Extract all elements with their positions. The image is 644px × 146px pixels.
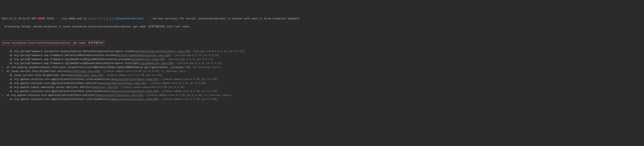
source-link[interactable]: MethodValidationInterceptor.java:120 bbox=[135, 50, 189, 53]
log-message-part1: Servlet.service() for servlet [dispatche… bbox=[153, 17, 300, 20]
source-link[interactable]: CglibAopProxy.java:708 bbox=[140, 62, 173, 65]
folded-calls[interactable]: <1 internal call> bbox=[161, 70, 186, 73]
gutter-blank bbox=[2, 73, 4, 77]
stack-text: at org.apache.catalina.core.ApplicationF… bbox=[4, 78, 112, 81]
stack-text: at org.apache.catalina.core.ApplicationF… bbox=[4, 90, 112, 93]
gutter-blank bbox=[2, 97, 4, 101]
stack-text: at org.apache.catalina.core.ApplicationF… bbox=[4, 82, 100, 85]
process-id: 38269 bbox=[46, 17, 54, 20]
stack-frame: at org.apache.catalina.core.ApplicationF… bbox=[2, 97, 642, 101]
stack-text: at org.springframework.aop.framework.Cgl… bbox=[4, 58, 131, 61]
stacktrace: at org.springframework.validation.beanva… bbox=[2, 49, 642, 101]
jar-info: ) ~[spring-aop-5.3.23.jar:5.3.23] bbox=[164, 58, 214, 61]
gutter-blank bbox=[2, 89, 4, 93]
stack-frame: at javax.servlet.http.HttpServlet.servic… bbox=[2, 73, 642, 77]
stack-frame: at org.apache.catalina.core.ApplicationF… bbox=[2, 89, 642, 93]
jar-info: ) ~[spring-aop-5.3.23.jar:5.3.23] bbox=[173, 62, 222, 65]
stack-frame: at org.springframework.validation.beanva… bbox=[2, 49, 642, 53]
stack-frame: at org.springframework.aop.framework.Ref… bbox=[2, 53, 642, 57]
source-link[interactable]: HttpServlet.java:764 bbox=[72, 74, 102, 77]
source-link[interactable]: ApplicationFilterChain.java:227 bbox=[112, 78, 158, 81]
source-link[interactable]: ReflectiveMethodInvocation.java:186 bbox=[118, 54, 170, 57]
stack-frame: at org.springframework.aop.framework.Cgl… bbox=[2, 57, 642, 61]
expand-icon[interactable]: ⊞ bbox=[2, 65, 4, 69]
stack-frame: at org.apache.tomcat.websocket.server.Ws… bbox=[2, 85, 642, 89]
source-link[interactable]: WsFilter.java:53 bbox=[94, 86, 118, 89]
gutter-blank bbox=[2, 61, 4, 65]
logger-name: o.a.c.c.C.[.[.[/].[dispatcherServlet] bbox=[88, 17, 144, 20]
stack-text: at org.apache.tomcat.websocket.server.Ws… bbox=[4, 86, 94, 89]
stack-text: at javax.servlet.http.HttpServlet.servic… bbox=[4, 70, 70, 73]
folded-calls[interactable]: <2 internal calls> bbox=[204, 94, 231, 97]
stack-frame: at org.apache.catalina.core.ApplicationF… bbox=[2, 77, 642, 81]
stack-text: at org.springframework.aop.framework.Cgl… bbox=[4, 62, 140, 65]
log-level: ERROR bbox=[38, 17, 45, 20]
source-link[interactable]: CglibAopProxy.java:763 bbox=[131, 58, 164, 61]
gutter-blank bbox=[2, 77, 4, 81]
log-message-part2: processing failed; nested exception is j… bbox=[2, 25, 190, 28]
stack-text: at com.zwwhnly.paymentchannel.controller… bbox=[4, 66, 192, 69]
jar-info: ) ~[tomcat-embed-core-9.0.65.jar:9.0.65] bbox=[143, 94, 204, 97]
exception-row: javax.validation.ConstraintViolationExce… bbox=[2, 41, 642, 45]
jar-info: ) ~[spring-aop-5.3.23.jar:5.3.23] bbox=[170, 54, 220, 57]
source-link[interactable]: HttpServlet.java:655 bbox=[70, 70, 100, 73]
gutter-blank bbox=[2, 53, 4, 57]
source-link[interactable]: ApplicationFilterChain.java:162 bbox=[100, 82, 146, 85]
source-link[interactable]: ApplicationFilterChain.java:162 bbox=[96, 94, 143, 97]
stack-text: at org.springframework.aop.framework.Ref… bbox=[4, 54, 118, 57]
blank-line bbox=[2, 33, 642, 37]
stack-frame: ⊞ at javax.servlet.http.HttpServlet.serv… bbox=[2, 69, 642, 73]
stack-text: at javax.servlet.http.HttpServlet.servic… bbox=[4, 74, 72, 77]
expand-icon[interactable]: ⊞ bbox=[2, 93, 4, 97]
stack-text: at org.apache.catalina.core.ApplicationF… bbox=[4, 94, 96, 97]
exception-highlight: javax.validation.ConstraintViolationExce… bbox=[2, 41, 104, 45]
source-link[interactable]: ApplicationFilterChain.java:189 bbox=[112, 98, 158, 101]
source-link[interactable]: ApplicationFilterChain.java:189 bbox=[112, 90, 158, 93]
gutter-blank bbox=[2, 85, 4, 89]
thread-name: [nio-8080-exec-2] bbox=[62, 17, 87, 20]
stack-text: at org.apache.catalina.core.ApplicationF… bbox=[4, 98, 112, 101]
jar-info: ) ~[tomcat-embed-core-9.0.65.jar:4.0.FR] bbox=[102, 74, 162, 77]
logger-sep: : bbox=[144, 17, 153, 20]
stack-frame: at org.apache.catalina.core.ApplicationF… bbox=[2, 81, 642, 85]
jar-info: ) ~[tomcat-embed-core-9.0.65.jar:9.0.65] bbox=[158, 98, 218, 101]
separator-dashes: --- bbox=[56, 17, 60, 20]
log-header-line-2: processing failed; nested exception is j… bbox=[2, 25, 642, 29]
timestamp: 2022-11-11 16:51:07.903 bbox=[2, 17, 36, 20]
folded-calls[interactable]: <14 internal calls> bbox=[192, 66, 221, 69]
jar-info: ) ~[spring-context-5.3.23.jar:5.3.23] bbox=[189, 50, 245, 53]
gutter-blank bbox=[2, 57, 4, 61]
stack-frame: ⊞ at org.apache.catalina.core.Applicatio… bbox=[2, 93, 642, 97]
log-header-line-1: 2022-11-11 16:51:07.903 ERROR 38269 --- … bbox=[2, 17, 642, 21]
expand-icon[interactable]: ⊞ bbox=[2, 69, 4, 73]
stack-frame: ⊞ at com.zwwhnly.paymentchannel.controll… bbox=[2, 65, 642, 69]
jar-info: ) ~[tomcat-embed-core-9.0.65.jar:9.0.65] bbox=[158, 78, 218, 81]
stack-frame: at org.springframework.aop.framework.Cgl… bbox=[2, 61, 642, 65]
jar-info: ) ~[tomcat-embed-core-9.0.65.jar:9.0.65] bbox=[158, 90, 218, 93]
jar-info: ) ~[tomcat-embed-core-9.0.65.jar:4.0.FR] bbox=[100, 70, 161, 73]
stack-text: at org.springframework.validation.beanva… bbox=[4, 50, 135, 53]
jar-info: ) ~[tomcat-embed-websocket-9.0.65.jar:9.… bbox=[118, 86, 185, 89]
gutter-blank bbox=[2, 49, 4, 53]
gutter-blank bbox=[2, 81, 4, 85]
jar-info: ) ~[tomcat-embed-core-9.0.65.jar:9.0.65] bbox=[146, 82, 206, 85]
